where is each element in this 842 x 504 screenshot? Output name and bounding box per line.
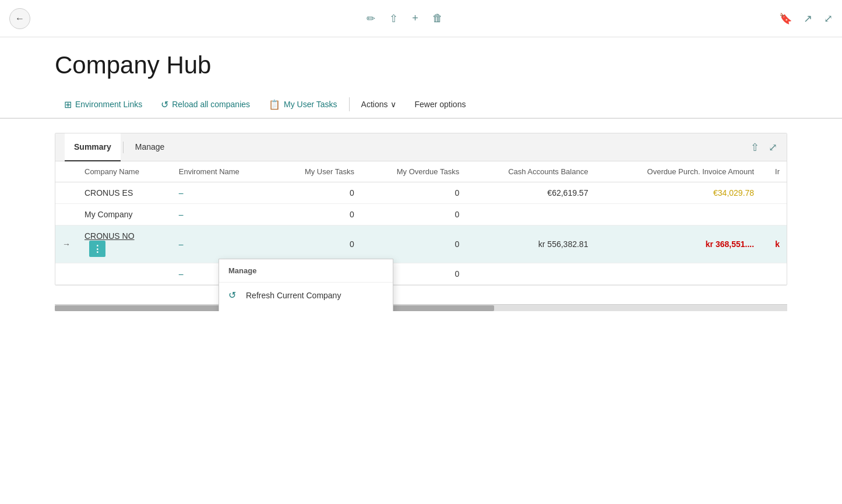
row-arrow-cell xyxy=(55,182,77,204)
top-icons-center: ✏ ⇧ + 🗑 xyxy=(367,12,443,25)
table-row: CRONUS ES–00€62,619.57€34,029.78 xyxy=(55,182,787,204)
add-icon[interactable]: + xyxy=(412,12,418,24)
company-name-cell: CRONUS ES xyxy=(77,182,172,204)
environment-links-btn[interactable]: ⊞ Environment Links xyxy=(55,91,152,119)
cash-balance-cell xyxy=(466,204,595,225)
overdue-invoice-cell: €34,029.78 xyxy=(595,182,761,204)
top-bar: ← ✏ ⇧ + 🗑 🔖 ↗ ⤢ xyxy=(0,0,842,37)
col-cash-balance: Cash Accounts Balance xyxy=(466,161,595,182)
environment-links-label: Environment Links xyxy=(75,100,142,109)
row-arrow: → xyxy=(62,239,71,249)
company-name-link[interactable]: CRONUS NO xyxy=(84,231,135,241)
manage-tab-label: Manage xyxy=(135,142,165,151)
company-name-link[interactable]: My Company xyxy=(84,210,132,219)
tab-summary[interactable]: Summary xyxy=(65,133,121,161)
overdue-invoice-cell xyxy=(595,263,761,285)
tab-manage[interactable]: Manage xyxy=(126,133,174,161)
env-dash: – xyxy=(179,239,184,249)
company-table: Company Name Enviroment Name My User Tas… xyxy=(55,161,787,285)
company-name-cell xyxy=(77,263,172,285)
col-overdue-invoice: Overdue Purch. Invoice Amount xyxy=(595,161,761,182)
cash-balance-cell xyxy=(466,263,595,285)
col-company-name: Company Name xyxy=(77,161,172,182)
tab-container: Summary Manage ⇧ ⤢ Company Name Envirome… xyxy=(55,133,787,286)
table-row: My Company–00 xyxy=(55,204,787,225)
tab-header: Summary Manage ⇧ ⤢ xyxy=(55,133,787,161)
context-menu-button[interactable]: ⋮ xyxy=(89,241,105,257)
tab-actions-right: ⇧ ⤢ xyxy=(751,141,777,154)
reload-companies-btn[interactable]: ↺ Reload all companies xyxy=(152,91,259,119)
user_tasks-cell: 0 xyxy=(274,225,361,263)
expand-icon[interactable]: ⤢ xyxy=(824,12,833,25)
user-tasks-icon: 📋 xyxy=(269,99,280,110)
row-arrow-cell xyxy=(55,204,77,225)
summary-tab-label: Summary xyxy=(74,142,111,151)
tab-divider xyxy=(123,142,124,153)
company-name-cell: CRONUS NO⋮ xyxy=(77,225,172,263)
row-arrow-cell xyxy=(55,263,77,285)
env-dash: – xyxy=(179,188,184,198)
tab-share-icon[interactable]: ⇧ xyxy=(751,141,759,154)
delete-icon[interactable]: 🗑 xyxy=(432,12,443,24)
env-dash: – xyxy=(179,210,184,219)
cash-balance-cell: kr 556,382.81 xyxy=(466,225,595,263)
action-bar: ⊞ Environment Links ↺ Reload all compani… xyxy=(0,91,842,119)
overdue_tasks-cell: 0 xyxy=(361,182,466,204)
page-title: Company Hub xyxy=(0,37,842,91)
extra-cell xyxy=(761,263,787,285)
table-row: →CRONUS NO⋮–00kr 556,382.81kr 368,551...… xyxy=(55,225,787,263)
context-menu: Manage ↺ Refresh Current Company ☰ Go To… xyxy=(219,259,393,311)
reload-icon: ↺ xyxy=(161,99,168,110)
env-dash: – xyxy=(179,269,184,279)
table-header-row: Company Name Enviroment Name My User Tas… xyxy=(55,161,787,182)
actions-chevron-icon: ∨ xyxy=(390,100,396,109)
user_tasks-cell: 0 xyxy=(274,204,361,225)
env-name-cell: – xyxy=(172,182,274,204)
overdue-invoice-cell: kr 368,551.... xyxy=(595,225,761,263)
my-user-tasks-btn[interactable]: 📋 My User Tasks xyxy=(259,91,347,119)
context-goto-item[interactable]: ☰ Go To Company xyxy=(219,308,393,311)
col-extra: Ir xyxy=(761,161,787,182)
overdue_tasks-cell: 0 xyxy=(361,225,466,263)
col-my-user-tasks: My User Tasks xyxy=(274,161,361,182)
edit-icon[interactable]: ✏ xyxy=(367,12,375,25)
main-content: Summary Manage ⇧ ⤢ Company Name Envirome… xyxy=(0,119,842,299)
extra-cell xyxy=(761,204,787,225)
back-icon: ← xyxy=(15,13,24,24)
extra-cell: k xyxy=(761,225,787,263)
environment-links-icon: ⊞ xyxy=(64,99,72,110)
back-button[interactable]: ← xyxy=(9,8,30,29)
context-menu-header: Manage xyxy=(219,259,393,283)
export-icon[interactable]: ↗ xyxy=(804,12,812,25)
overdue_tasks-cell: 0 xyxy=(361,204,466,225)
table-scroll-area: Company Name Enviroment Name My User Tas… xyxy=(55,161,787,285)
company-name-cell: My Company xyxy=(77,204,172,225)
company-name-link[interactable]: CRONUS ES xyxy=(84,188,133,198)
share-icon[interactable]: ⇧ xyxy=(389,12,398,25)
actions-label: Actions xyxy=(361,100,388,109)
table-row: –00 xyxy=(55,263,787,285)
fewer-options-btn[interactable]: Fewer options xyxy=(406,90,475,118)
overdue-invoice-cell xyxy=(595,204,761,225)
actions-btn[interactable]: Actions ∨ xyxy=(352,91,406,119)
env-name-cell: – xyxy=(172,204,274,225)
col-my-overdue-tasks: My Overdue Tasks xyxy=(361,161,466,182)
my-user-tasks-label: My User Tasks xyxy=(284,100,337,109)
extra-cell xyxy=(761,182,787,204)
row-arrow-cell: → xyxy=(55,225,77,263)
reload-companies-label: Reload all companies xyxy=(172,100,250,109)
col-environment-name: Enviroment Name xyxy=(172,161,274,182)
context-refresh-item[interactable]: ↺ Refresh Current Company xyxy=(219,283,393,308)
env-name-cell: – xyxy=(172,225,274,263)
fewer-options-label: Fewer options xyxy=(415,100,466,109)
bookmark-icon[interactable]: 🔖 xyxy=(779,12,792,25)
cash-balance-cell: €62,619.57 xyxy=(466,182,595,204)
refresh-menu-icon: ↺ xyxy=(228,290,240,301)
refresh-menu-label: Refresh Current Company xyxy=(246,291,341,300)
top-icons-right: 🔖 ↗ ⤢ xyxy=(779,12,833,25)
horizontal-scrollbar[interactable] xyxy=(55,304,787,311)
user_tasks-cell: 0 xyxy=(274,182,361,204)
action-divider xyxy=(349,97,350,111)
tab-open-icon[interactable]: ⤢ xyxy=(769,141,777,154)
